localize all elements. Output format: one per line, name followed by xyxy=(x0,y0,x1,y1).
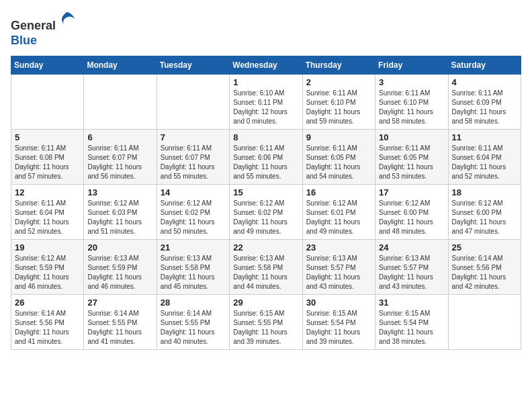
day-number: 13 xyxy=(87,187,152,197)
day-info: Sunrise: 6:11 AM Sunset: 6:05 PM Dayligh… xyxy=(379,144,444,181)
calendar-cell: 21Sunrise: 6:13 AM Sunset: 5:58 PM Dayli… xyxy=(157,240,229,295)
calendar-body: 1Sunrise: 6:10 AM Sunset: 6:11 PM Daylig… xyxy=(11,75,521,350)
calendar-header-row: SundayMondayTuesdayWednesdayThursdayFrid… xyxy=(11,56,521,75)
day-info: Sunrise: 6:15 AM Sunset: 5:54 PM Dayligh… xyxy=(306,309,371,347)
calendar-cell: 3Sunrise: 6:11 AM Sunset: 6:10 PM Daylig… xyxy=(375,75,448,130)
calendar-table: SundayMondayTuesdayWednesdayThursdayFrid… xyxy=(11,56,521,350)
day-number: 17 xyxy=(379,187,444,197)
page-header: General Blue xyxy=(11,11,521,48)
day-info: Sunrise: 6:11 AM Sunset: 6:04 PM Dayligh… xyxy=(15,199,80,236)
calendar-cell: 2Sunrise: 6:11 AM Sunset: 6:10 PM Daylig… xyxy=(302,75,375,130)
calendar-cell: 17Sunrise: 6:12 AM Sunset: 6:00 PM Dayli… xyxy=(375,185,448,240)
calendar-cell: 18Sunrise: 6:12 AM Sunset: 6:00 PM Dayli… xyxy=(448,185,521,240)
calendar-cell: 23Sunrise: 6:13 AM Sunset: 5:57 PM Dayli… xyxy=(302,240,375,295)
day-number: 19 xyxy=(15,242,80,253)
calendar-cell: 27Sunrise: 6:14 AM Sunset: 5:55 PM Dayli… xyxy=(84,295,157,350)
calendar-cell: 22Sunrise: 6:13 AM Sunset: 5:58 PM Dayli… xyxy=(230,240,302,295)
calendar-cell: 31Sunrise: 6:15 AM Sunset: 5:54 PM Dayli… xyxy=(375,295,448,350)
day-number: 24 xyxy=(379,242,444,253)
calendar-cell: 20Sunrise: 6:13 AM Sunset: 5:59 PM Dayli… xyxy=(84,240,157,295)
calendar-cell xyxy=(84,75,157,130)
day-info: Sunrise: 6:11 AM Sunset: 6:09 PM Dayligh… xyxy=(452,89,517,126)
day-of-week-header: Wednesday xyxy=(230,56,302,75)
day-number: 12 xyxy=(15,187,80,197)
calendar-cell: 6Sunrise: 6:11 AM Sunset: 6:07 PM Daylig… xyxy=(84,130,157,185)
calendar-cell: 19Sunrise: 6:12 AM Sunset: 5:59 PM Dayli… xyxy=(11,240,84,295)
day-info: Sunrise: 6:14 AM Sunset: 5:56 PM Dayligh… xyxy=(15,309,80,347)
day-info: Sunrise: 6:12 AM Sunset: 6:01 PM Dayligh… xyxy=(306,199,371,236)
calendar-cell: 26Sunrise: 6:14 AM Sunset: 5:56 PM Dayli… xyxy=(11,295,84,350)
calendar-cell: 16Sunrise: 6:12 AM Sunset: 6:01 PM Dayli… xyxy=(302,185,375,240)
day-info: Sunrise: 6:10 AM Sunset: 6:11 PM Dayligh… xyxy=(233,89,298,126)
calendar-cell: 24Sunrise: 6:13 AM Sunset: 5:57 PM Dayli… xyxy=(375,240,448,295)
day-number: 16 xyxy=(306,187,371,197)
day-info: Sunrise: 6:15 AM Sunset: 5:55 PM Dayligh… xyxy=(233,309,298,347)
calendar-cell: 11Sunrise: 6:11 AM Sunset: 6:04 PM Dayli… xyxy=(448,130,521,185)
day-info: Sunrise: 6:14 AM Sunset: 5:56 PM Dayligh… xyxy=(452,254,517,291)
day-info: Sunrise: 6:11 AM Sunset: 6:08 PM Dayligh… xyxy=(15,144,80,181)
day-number: 21 xyxy=(161,242,226,253)
day-info: Sunrise: 6:13 AM Sunset: 5:57 PM Dayligh… xyxy=(379,254,444,291)
day-info: Sunrise: 6:13 AM Sunset: 5:58 PM Dayligh… xyxy=(161,254,226,291)
logo: General Blue xyxy=(11,11,76,48)
day-number: 15 xyxy=(233,187,298,197)
calendar-week-row: 1Sunrise: 6:10 AM Sunset: 6:11 PM Daylig… xyxy=(11,75,521,130)
day-info: Sunrise: 6:13 AM Sunset: 5:59 PM Dayligh… xyxy=(87,254,152,291)
calendar-cell: 9Sunrise: 6:11 AM Sunset: 6:05 PM Daylig… xyxy=(302,130,375,185)
day-of-week-header: Saturday xyxy=(448,56,521,75)
day-info: Sunrise: 6:13 AM Sunset: 5:58 PM Dayligh… xyxy=(233,254,298,291)
day-number: 18 xyxy=(452,187,517,197)
calendar-cell xyxy=(448,295,521,350)
day-info: Sunrise: 6:11 AM Sunset: 6:07 PM Dayligh… xyxy=(87,144,152,181)
day-info: Sunrise: 6:14 AM Sunset: 5:55 PM Dayligh… xyxy=(87,309,152,347)
day-of-week-header: Thursday xyxy=(302,56,375,75)
day-info: Sunrise: 6:12 AM Sunset: 6:00 PM Dayligh… xyxy=(452,199,517,236)
day-number: 28 xyxy=(161,298,226,308)
calendar-cell: 29Sunrise: 6:15 AM Sunset: 5:55 PM Dayli… xyxy=(230,295,302,350)
calendar-cell: 25Sunrise: 6:14 AM Sunset: 5:56 PM Dayli… xyxy=(448,240,521,295)
day-of-week-header: Monday xyxy=(84,56,157,75)
day-number: 26 xyxy=(15,298,80,308)
calendar-cell: 12Sunrise: 6:11 AM Sunset: 6:04 PM Dayli… xyxy=(11,185,84,240)
day-number: 7 xyxy=(161,132,226,142)
day-number: 6 xyxy=(87,132,152,142)
day-number: 14 xyxy=(161,187,226,197)
day-info: Sunrise: 6:12 AM Sunset: 6:02 PM Dayligh… xyxy=(233,199,298,236)
day-number: 29 xyxy=(233,298,298,308)
day-info: Sunrise: 6:11 AM Sunset: 6:10 PM Dayligh… xyxy=(379,89,444,126)
day-number: 9 xyxy=(306,132,371,142)
day-info: Sunrise: 6:11 AM Sunset: 6:07 PM Dayligh… xyxy=(161,144,226,181)
day-number: 5 xyxy=(15,132,80,142)
day-info: Sunrise: 6:12 AM Sunset: 6:02 PM Dayligh… xyxy=(161,199,226,236)
calendar-cell: 4Sunrise: 6:11 AM Sunset: 6:09 PM Daylig… xyxy=(448,75,521,130)
calendar-week-row: 19Sunrise: 6:12 AM Sunset: 5:59 PM Dayli… xyxy=(11,240,521,295)
day-info: Sunrise: 6:11 AM Sunset: 6:05 PM Dayligh… xyxy=(306,144,371,181)
day-info: Sunrise: 6:11 AM Sunset: 6:06 PM Dayligh… xyxy=(233,144,298,181)
calendar-cell: 28Sunrise: 6:14 AM Sunset: 5:55 PM Dayli… xyxy=(157,295,229,350)
logo-blue: Blue xyxy=(11,34,37,47)
logo-general: General xyxy=(11,19,56,32)
day-of-week-header: Tuesday xyxy=(157,56,229,75)
day-info: Sunrise: 6:15 AM Sunset: 5:54 PM Dayligh… xyxy=(379,309,444,347)
calendar-cell xyxy=(11,75,84,130)
calendar-cell: 30Sunrise: 6:15 AM Sunset: 5:54 PM Dayli… xyxy=(302,295,375,350)
day-info: Sunrise: 6:12 AM Sunset: 5:59 PM Dayligh… xyxy=(15,254,80,291)
day-number: 8 xyxy=(233,132,298,142)
day-number: 11 xyxy=(452,132,517,142)
day-info: Sunrise: 6:11 AM Sunset: 6:04 PM Dayligh… xyxy=(452,144,517,181)
calendar-cell: 14Sunrise: 6:12 AM Sunset: 6:02 PM Dayli… xyxy=(157,185,229,240)
day-info: Sunrise: 6:12 AM Sunset: 6:00 PM Dayligh… xyxy=(379,199,444,236)
calendar-cell: 8Sunrise: 6:11 AM Sunset: 6:06 PM Daylig… xyxy=(230,130,302,185)
day-info: Sunrise: 6:13 AM Sunset: 5:57 PM Dayligh… xyxy=(306,254,371,291)
day-number: 25 xyxy=(452,242,517,253)
calendar-week-row: 12Sunrise: 6:11 AM Sunset: 6:04 PM Dayli… xyxy=(11,185,521,240)
day-number: 23 xyxy=(306,242,371,253)
logo-bird-icon xyxy=(57,9,76,28)
day-number: 22 xyxy=(233,242,298,253)
day-number: 2 xyxy=(306,77,371,87)
calendar-cell: 7Sunrise: 6:11 AM Sunset: 6:07 PM Daylig… xyxy=(157,130,229,185)
day-info: Sunrise: 6:14 AM Sunset: 5:55 PM Dayligh… xyxy=(161,309,226,347)
day-info: Sunrise: 6:12 AM Sunset: 6:03 PM Dayligh… xyxy=(87,199,152,236)
day-number: 27 xyxy=(87,298,152,308)
calendar-cell: 10Sunrise: 6:11 AM Sunset: 6:05 PM Dayli… xyxy=(375,130,448,185)
